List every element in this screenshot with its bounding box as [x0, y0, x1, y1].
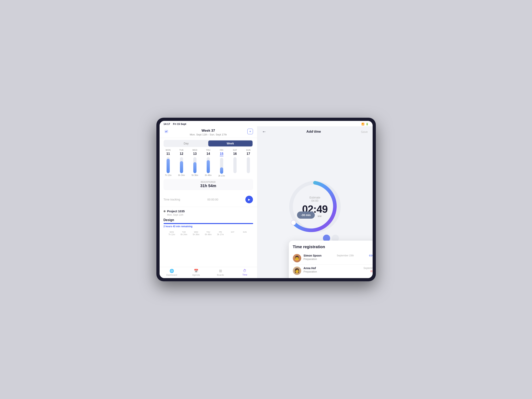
day-number: 13 [193, 152, 197, 156]
day-bar-container [207, 157, 210, 173]
person-row-0: 👨 Simon Spoon September 15th CONCEPT Pre… [293, 252, 373, 265]
day-time: 7h 12m [165, 174, 171, 176]
add-week-button[interactable]: + [247, 129, 253, 134]
mini-day-col-sun: SUN [239, 231, 251, 236]
tab-icon-boards: ⊞ [219, 269, 222, 273]
minus-30-button[interactable]: -30 min [297, 211, 315, 219]
day-col-sat[interactable]: SAT 16 [229, 149, 241, 177]
tab-label-dashboard: Dashboard [166, 274, 177, 276]
day-label: THU [206, 149, 210, 151]
tab-time[interactable]: ⏱ Time [233, 269, 257, 276]
day-label: FRI [220, 149, 223, 151]
estimate-label: Estimate [302, 196, 328, 199]
status-icons: 📶 🔋 [361, 123, 369, 126]
day-label: SUN [246, 149, 251, 151]
day-bar [180, 161, 183, 173]
day-col-wed[interactable]: WED 13 5h 36m [189, 149, 201, 177]
day-number: 16 [233, 152, 237, 156]
view-toggle: Day Week [164, 140, 253, 147]
day-bar-container [180, 157, 183, 173]
tab-icon-dashboard: 🌐 [170, 269, 174, 273]
day-col-mon[interactable]: MON 11 7h 12m [162, 149, 175, 177]
mini-calendar: MON 7h 12m TUE 6h 24m WED 5h 36m THU 6h … [164, 230, 253, 237]
tab-icon-agenda: 📅 [194, 269, 198, 273]
day-time: 6h 48m [205, 174, 211, 176]
day-col-tue[interactable]: TUE 12 6h 24m [175, 149, 188, 177]
tab-dashboard[interactable]: 🌐 Dashboard [160, 269, 184, 276]
left-panel: Week 37 Mon. Sept 11th - Sun. Sept 17th … [160, 126, 257, 278]
person-info-1: Anna Hof September 15th Preparation 00:0… [304, 266, 373, 273]
mini-day-col-fri: FRI 3h 17m [215, 231, 226, 236]
person-row-1: 👩 Anna Hof September 15th Preparation 00… [293, 265, 373, 277]
three-dots-menu[interactable]: ••• [312, 129, 317, 133]
task-progress-bar [164, 223, 253, 224]
day-number: 12 [180, 152, 183, 156]
day-number: 14 [206, 152, 210, 156]
day-time: 6h 24m [178, 174, 185, 176]
day-bar-container [233, 157, 237, 173]
tab-agenda[interactable]: 📅 Agenda [184, 269, 208, 276]
tab-boards[interactable]: ⊞ Boards [208, 269, 233, 276]
status-bar: 14:17 Fri 15 Sept 📶 🔋 [160, 121, 373, 126]
time-tracking-display: 00:00:00 [208, 198, 218, 201]
day-label: WED [192, 149, 197, 151]
mini-day-col-thu: THU 6h 48m [203, 231, 214, 236]
wifi-icon: 📶 [361, 123, 364, 126]
project-section: Project 1035 Mon, Sept 11th Design 2 hou… [160, 207, 257, 239]
task-name: Design [164, 218, 253, 222]
estimate-value: 04:00 [302, 199, 328, 202]
day-col-fri[interactable]: FRI 15 3h 17m [215, 149, 228, 177]
week-title: Week 37 [190, 129, 227, 133]
mini-day-col-mon: MON 7h 12m [166, 231, 178, 236]
task-remaining: 2 hours 43 min remaining [164, 225, 253, 228]
svg-point-2 [291, 220, 296, 225]
person-name-0: Simon Spoon [304, 254, 322, 257]
mini-day-col-tue: TUE 6h 24m [178, 231, 190, 236]
right-panel: ••• ← Add time Save [257, 126, 373, 278]
day-col-sun[interactable]: SUN 17 [242, 149, 255, 177]
time-tracking-label: Time tracking [164, 198, 180, 201]
day-bar-container [193, 157, 196, 173]
person-status-0: CONCEPT [369, 254, 372, 257]
week-info: Week 37 Mon. Sept 11th - Sun. Sept 17th [190, 129, 227, 136]
day-bar-container [220, 158, 223, 174]
person-hours-1: 00:04:31 [370, 270, 373, 273]
day-col-thu[interactable]: THU 14 6h 48m [202, 149, 215, 177]
mini-day-col-sat: SAT [227, 231, 239, 236]
week-subtitle: Mon. Sept 11th - Sun. Sept 17th [190, 133, 227, 136]
avatar-0: 👨 [293, 254, 301, 262]
day-number: 15 [220, 152, 223, 156]
day-toggle-button[interactable]: Day [164, 140, 209, 146]
day-label: TUE [179, 149, 184, 151]
tab-label-time: Time [242, 273, 247, 276]
time-registration-card: Time registration 👨 Simon Spoon Septembe… [289, 241, 373, 278]
day-number: 17 [247, 152, 250, 156]
timer-circle[interactable]: Estimate 04:00 02:49 HH MM [285, 177, 345, 237]
week-toggle-button[interactable]: Week [208, 140, 253, 146]
person-info-0: Simon Spoon September 15th CONCEPT Prepa… [304, 254, 373, 260]
registered-label: REGISTERED [165, 181, 251, 183]
tab-icon-time: ⏱ [243, 269, 247, 273]
card-footer: ESTIMATE 15h REGISTERED 5h [293, 278, 373, 278]
person-date-1: September 15th [363, 267, 372, 270]
save-button[interactable]: Save [361, 130, 368, 133]
task-time-row-0: Preparation 5h [304, 257, 373, 260]
back-button[interactable]: ← [262, 129, 266, 134]
time-reg-title: Time registration [293, 245, 373, 249]
project-dot [164, 210, 165, 212]
time-tracking-row: Time tracking 00:00:00 ▶ [160, 193, 257, 206]
play-button[interactable]: ▶ [245, 196, 253, 203]
day-bar [193, 162, 196, 173]
day-number: 11 [166, 152, 170, 156]
person-name-1: Anna Hof [304, 266, 316, 270]
mini-cal-days: MON 7h 12m TUE 6h 24m WED 5h 36m THU 6h … [166, 231, 251, 236]
day-bar-container [167, 157, 170, 173]
main-content: Week 37 Mon. Sept 11th - Sun. Sept 17th … [160, 126, 373, 278]
tab-label-agenda: Agenda [192, 274, 200, 276]
bottom-tabs: 🌐 Dashboard 📅 Agenda ⊞ Boards ⏱ Time [160, 267, 257, 278]
project-name: Project 1035 [164, 209, 253, 213]
day-bar [167, 159, 170, 173]
person-rows: 👨 Simon Spoon September 15th CONCEPT Pre… [293, 252, 373, 277]
day-time: 5h 36m [191, 174, 198, 176]
day-label: MON [166, 149, 171, 151]
